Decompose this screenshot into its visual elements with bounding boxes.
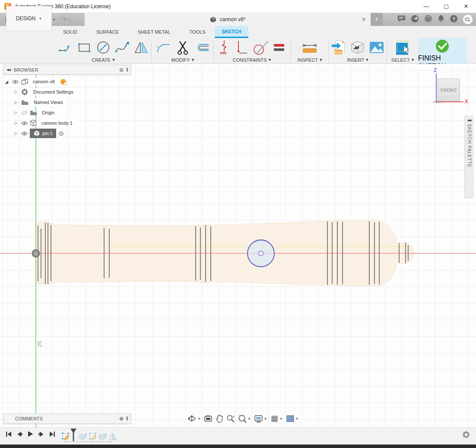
step-back-icon[interactable] (16, 431, 23, 439)
maximize-button[interactable]: ▢ (436, 0, 456, 13)
document-tab[interactable]: cannon v8* ✕ (85, 13, 371, 26)
close-button[interactable]: ✕ (456, 0, 476, 13)
add-comment-icon[interactable]: ⊕ (119, 416, 124, 422)
expand-palette-icon[interactable]: ◀◀ (467, 119, 471, 122)
viewports-icon[interactable]: ▼ (286, 415, 299, 423)
modify-group-label[interactable]: MODIFY▾ (171, 57, 194, 63)
tab-sketch[interactable]: SKETCH (215, 26, 248, 38)
collapse-browser-icon[interactable]: ◀◀ (6, 68, 10, 72)
expander-collapsed-icon[interactable]: ▷ (13, 110, 19, 115)
help-icon[interactable]: ? (450, 15, 458, 25)
circle-tool-icon[interactable] (95, 39, 111, 56)
play-icon[interactable] (27, 430, 34, 439)
tab-sheet-metal[interactable]: SHEET METAL (128, 26, 180, 38)
activate-component-radio-icon[interactable]: ⊙ (59, 130, 64, 137)
inspect-group-label[interactable]: INSPECT▾ (297, 57, 322, 63)
go-to-end-icon[interactable] (49, 431, 56, 439)
expander-expanded-icon[interactable]: ◢ (3, 79, 10, 84)
offset-tool-icon[interactable] (194, 39, 210, 56)
orbit-icon[interactable]: ▼ (187, 414, 201, 423)
modeling-canvas[interactable]: 25 ◀◀ BROWSER ⊖ ‖ ◢ cannon v8 ▷ Do (0, 64, 476, 427)
constraints-group-label[interactable]: CONSTRAINTS▾ (233, 57, 271, 63)
tab-surface[interactable]: SURFACE (87, 26, 128, 38)
insert-image-icon[interactable] (368, 39, 385, 56)
insert-group-label[interactable]: INSERT▾ (347, 57, 368, 63)
insert-mesh-icon[interactable] (349, 39, 366, 56)
measure-tool-icon[interactable] (301, 39, 318, 56)
sketch-palette-collapsed[interactable]: ◀◀ SKETCH PALETTE (465, 116, 473, 198)
finish-sketch-button[interactable]: FINISH SKETCH▾ (418, 38, 466, 64)
look-at-icon[interactable] (204, 415, 213, 423)
spline-tool-icon[interactable] (114, 39, 130, 56)
browser-item-named-views[interactable]: ▷ Named Views (3, 97, 131, 107)
tab-tools[interactable]: TOOLS (180, 26, 215, 38)
zoom-icon[interactable]: ± (226, 414, 235, 423)
timeline-extrude-feature-icon[interactable] (98, 432, 107, 441)
expander-collapsed-icon[interactable]: ▷ (13, 131, 19, 136)
tangent-constraint-icon[interactable] (252, 39, 269, 56)
display-settings-badge-icon[interactable]: ⊖ (119, 67, 124, 73)
display-settings-icon[interactable]: ▼ (254, 415, 267, 423)
notifications-bell-icon[interactable] (438, 15, 444, 24)
select-group-label[interactable]: SELECT▾ (391, 57, 414, 63)
create-group-label[interactable]: CREATE▾ (92, 57, 114, 63)
comments-grip-icon[interactable]: ‖ (126, 416, 128, 422)
timeline-extrude-feature-icon[interactable] (79, 432, 87, 441)
visibility-eye-icon[interactable] (21, 131, 28, 136)
vertical-horizontal-constraint-icon[interactable] (235, 39, 249, 56)
step-forward-icon[interactable] (38, 431, 45, 439)
workspace-selector[interactable]: DESIGN▼ (6, 6, 52, 31)
viewcube-front-face[interactable]: FRONT (439, 85, 459, 95)
component-icon (21, 79, 28, 85)
line-tool-icon[interactable] (57, 39, 73, 56)
rectangle-tool-icon[interactable] (76, 39, 92, 56)
expander-collapsed-icon[interactable]: ▷ (13, 100, 19, 104)
viewcube[interactable]: FRONT (438, 79, 460, 101)
browser-item-document-settings[interactable]: ▷ Document Settings (3, 87, 131, 97)
go-to-start-icon[interactable] (5, 431, 12, 439)
visibility-eye-icon[interactable] (12, 79, 19, 84)
insert-svg-icon[interactable]: SVG (330, 39, 347, 56)
expander-collapsed-icon[interactable]: ▷ (13, 121, 19, 125)
browser-grip-icon[interactable]: ‖ (126, 67, 128, 73)
select-tool-icon[interactable] (394, 39, 411, 56)
expander-collapsed-icon[interactable]: ▷ (13, 90, 19, 94)
browser-item-label[interactable]: cannon v8 (30, 78, 58, 85)
browser-item-label[interactable]: Origin (39, 109, 57, 117)
timeline-sketch-feature-icon[interactable] (89, 432, 97, 441)
mirror-tool-icon[interactable] (133, 39, 149, 56)
extensions-icon[interactable] (411, 15, 419, 25)
browser-item-root[interactable]: ◢ cannon v8 (3, 76, 131, 87)
visibility-hidden-eye-icon[interactable] (21, 110, 28, 115)
timeline-settings-gear-icon[interactable] (462, 431, 470, 440)
browser-item-label[interactable]: Document Settings (30, 88, 76, 96)
browser-item-label[interactable]: cannon body:1 (38, 119, 76, 127)
browser-item-label[interactable]: Named Views (31, 98, 66, 106)
browser-header[interactable]: ◀◀ BROWSER ⊖ ‖ (3, 65, 131, 75)
pan-icon[interactable] (216, 414, 223, 423)
browser-item-selected[interactable]: pin:1 (30, 129, 56, 138)
timeline-position-marker[interactable] (70, 428, 77, 444)
pin-circle-center[interactable] (259, 251, 263, 256)
redo-icon[interactable]: ↷▼ (61, 15, 71, 24)
equal-constraint-icon[interactable] (272, 39, 286, 56)
user-avatar[interactable]: CL (463, 15, 473, 24)
tab-solid[interactable]: SOLID (54, 26, 87, 38)
browser-item-origin[interactable]: ▷ Origin (3, 107, 131, 118)
comment-icon[interactable] (397, 15, 406, 24)
fillet-tool-icon[interactable] (155, 39, 172, 56)
trim-tool-icon[interactable] (175, 39, 191, 56)
minimize-button[interactable]: — (416, 0, 436, 13)
tab-close-icon[interactable]: ✕ (361, 16, 366, 23)
browser-item-pin[interactable]: ▷ pin:1 ⊙ (3, 128, 131, 139)
comments-bar[interactable]: COMMENTS ⊕ ‖ (3, 413, 131, 424)
fixed-constraint-icon[interactable] (217, 39, 232, 56)
new-tab-button[interactable]: + (371, 13, 383, 26)
visibility-eye-icon[interactable] (21, 121, 28, 126)
timeline-sketch-feature-icon[interactable] (61, 432, 70, 441)
fit-icon[interactable]: ▼ (238, 414, 251, 423)
grid-settings-icon[interactable]: ▼ (270, 415, 283, 423)
browser-item-cannon-body[interactable]: ▷ cannon body:1 (3, 118, 131, 128)
timeline-mirror-feature-icon[interactable] (108, 432, 117, 441)
clock-icon[interactable] (424, 15, 432, 25)
